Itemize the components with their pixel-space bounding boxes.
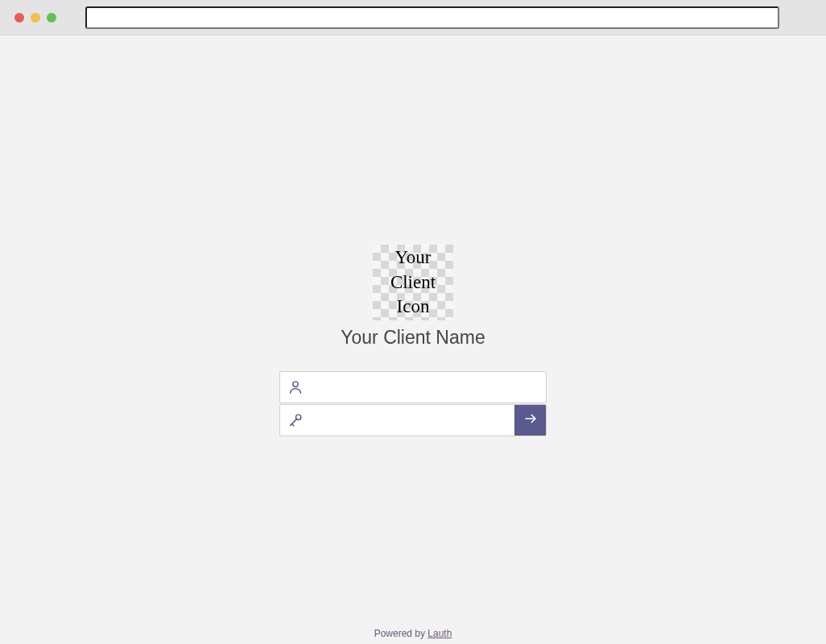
username-input[interactable] xyxy=(311,372,546,402)
password-input[interactable] xyxy=(311,405,514,436)
username-field-container xyxy=(279,371,547,403)
submit-button[interactable] xyxy=(514,404,547,436)
client-icon-placeholder: Your Client Icon xyxy=(373,245,453,320)
maximize-window-button[interactable] xyxy=(47,13,56,23)
browser-chrome xyxy=(0,0,826,35)
login-form: Your Client Icon Your Client Name xyxy=(279,245,547,436)
client-name-label: Your Client Name xyxy=(279,327,547,349)
page-viewport: Your Client Icon Your Client Name xyxy=(0,35,826,644)
svg-point-0 xyxy=(293,382,298,386)
close-window-button[interactable] xyxy=(14,13,24,23)
minimize-window-button[interactable] xyxy=(31,13,40,23)
footer-link[interactable]: Lauth xyxy=(427,628,452,639)
client-icon-text: Your Client Icon xyxy=(390,246,436,320)
footer: Powered by Lauth xyxy=(6,628,820,639)
footer-prefix: Powered by xyxy=(374,628,428,639)
arrow-right-icon xyxy=(522,411,539,430)
key-icon xyxy=(280,405,311,436)
address-bar[interactable] xyxy=(85,6,779,29)
user-icon xyxy=(280,372,311,402)
password-field-container xyxy=(279,404,547,436)
